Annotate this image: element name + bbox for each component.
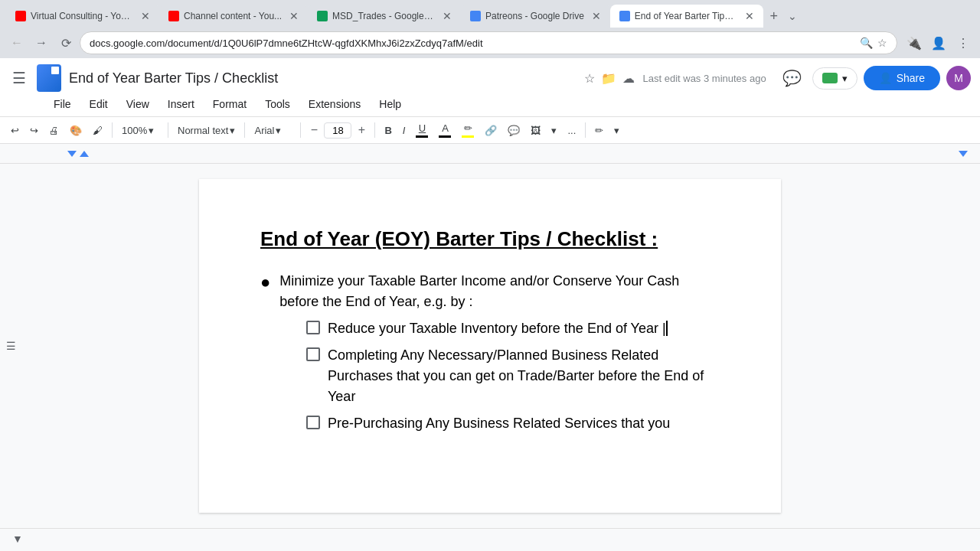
image-dropdown-button[interactable]: ▾ [547,119,561,142]
paint-format-button[interactable]: 🎨 [65,119,87,142]
tab-close-4[interactable]: ✕ [592,10,601,22]
tab-favicon-gs [317,11,328,21]
image-button[interactable]: 🖼 [526,119,545,142]
meet-button[interactable]: ▾ [812,67,858,90]
checkbox-1[interactable] [306,321,320,334]
bold-icon: B [384,125,391,136]
underline-color-indicator [416,135,428,138]
tab-close-1[interactable]: ✕ [141,10,150,22]
bullet-text-1: Minimize your Taxable Barter Income and/… [279,271,720,312]
highlight-color-button[interactable]: ✏ [457,119,479,142]
docs-app-icon [37,64,61,92]
last-edit-label: Last edit was 3 minutes ago [642,73,766,84]
tab-msd-trades[interactable]: MSD_Trades - Google S... ✕ [308,5,461,28]
comments-button[interactable]: 💬 [779,64,806,92]
docs-menubar: File Edit View Insert Format Tools Exten… [0,95,980,116]
tab-channel-content[interactable]: Channel content - You... ✕ [159,5,308,28]
sidebar-outline-icon[interactable]: ☰ [6,340,16,352]
bookmark-icon[interactable]: ☆ [877,37,887,49]
more-options-icon[interactable]: ⋮ [952,32,974,54]
move-to-folder-icon[interactable]: 📁 [601,71,616,86]
checklist-item-2: Completing Any Necessary/Planned Busines… [306,345,720,407]
link-button[interactable]: 🔗 [480,119,501,142]
bold-button[interactable]: B [380,119,396,142]
menu-format[interactable]: Format [205,95,254,113]
tab-arrows: ⌄ [788,10,797,22]
style-dropdown[interactable]: Normal text ▾ [173,119,240,142]
forward-button[interactable]: → [31,32,52,54]
text-color-icon: A [442,122,449,134]
font-size-input[interactable] [324,122,351,139]
address-url: docs.google.com/document/d/1Q0U6lP7dmne6… [90,37,855,49]
style-arrow-icon: ▾ [230,125,235,136]
toolbar-sep-6 [585,122,586,138]
menu-edit[interactable]: Edit [82,95,116,113]
checklist-text-1: Reduce your Taxable Inventory before the… [328,318,668,339]
tab-virtual-consulting[interactable]: Virtual Consulting - You... ✕ [6,5,159,28]
browser-chrome: Virtual Consulting - You... ✕ Channel co… [0,0,980,58]
text-color-indicator [439,135,451,138]
refresh-button[interactable]: ⟳ [55,32,77,54]
scroll-down-icon[interactable]: ▼ [12,533,23,545]
font-arrow-icon: ▾ [276,125,281,136]
undo-button[interactable]: ↩ [6,119,24,142]
toolbar-sep-5 [374,122,375,138]
font-size-increase-button[interactable]: + [353,122,370,139]
tab-label-4: Patreons - Google Drive [485,11,584,21]
docs-document-title[interactable]: End of Year Barter Tips / Checklist [69,70,577,86]
zoom-value: 100% [122,125,147,136]
tab-close-5[interactable]: ✕ [745,10,754,22]
back-button[interactable]: ← [6,32,28,54]
menu-extensions[interactable]: Extensions [301,95,368,113]
tab-label-5: End of Year Barter Tips ... [635,11,737,21]
edit-mode-arrow[interactable]: ▾ [609,119,624,142]
user-avatar[interactable]: M [946,66,971,90]
menu-help[interactable]: Help [371,95,409,113]
hamburger-menu-icon[interactable]: ☰ [9,66,29,90]
doc-area: ☰ End of Year (EOY) Barter Tips / Checkl… [0,164,980,528]
font-value: Arial [254,125,274,136]
ruler-area [0,144,980,164]
star-icon[interactable]: ☆ [584,71,595,86]
text-color-button[interactable]: A [434,119,456,142]
extensions-icon[interactable]: 🔌 [903,32,925,54]
italic-button[interactable]: I [398,119,410,142]
new-tab-button[interactable]: + [763,5,785,27]
paint-roller-button[interactable]: 🖌 [88,119,107,142]
font-dropdown[interactable]: Arial ▾ [250,119,296,142]
address-input-wrap[interactable]: docs.google.com/document/d/1Q0U6lP7dmne6… [80,31,897,54]
toolbar-sep-4 [300,122,301,138]
share-button[interactable]: 👤 Share [864,66,940,90]
ruler-marker-right[interactable] [80,151,89,157]
tab-arrow-left[interactable]: ⌄ [788,10,797,22]
zoom-dropdown[interactable]: 100% ▾ [117,119,163,142]
tab-close-2[interactable]: ✕ [289,10,299,22]
menu-view[interactable]: View [119,95,157,113]
menu-tools[interactable]: Tools [257,95,298,113]
edit-mode-button[interactable]: ✏ [590,119,608,142]
checkbox-2[interactable] [306,347,320,361]
checklist-text-3: Pre-Purchasing Any Business Related Serv… [328,413,670,434]
print-button[interactable]: 🖨 [44,119,64,142]
ruler-marker-left[interactable] [67,151,77,157]
doc-page[interactable]: End of Year (EOY) Barter Tips / Checklis… [199,179,781,513]
meet-label: ▾ [842,73,848,84]
more-toolbar-button[interactable]: ... [563,119,580,142]
menu-insert[interactable]: Insert [160,95,202,113]
underline-button[interactable]: U [411,119,433,142]
tab-close-3[interactable]: ✕ [443,10,452,22]
comment-inline-button[interactable]: 💬 [503,119,524,142]
redo-button[interactable]: ↪ [25,119,43,142]
checklist-item-3: Pre-Purchasing Any Business Related Serv… [306,413,720,434]
tab-patreons[interactable]: Patreons - Google Drive ✕ [461,5,610,28]
tab-bar: Virtual Consulting - You... ✕ Channel co… [0,0,980,28]
profile-icon[interactable]: 👤 [928,32,949,54]
menu-file[interactable]: File [46,95,79,113]
tab-eoy-barter[interactable]: End of Year Barter Tips ... ✕ [610,5,763,28]
checkbox-3[interactable] [306,416,320,429]
ruler-marker-right-end[interactable] [959,151,968,157]
font-size-decrease-button[interactable]: − [305,122,322,139]
meet-icon [822,73,838,83]
tab-label-2: Channel content - You... [184,11,282,21]
text-cursor [666,321,668,336]
